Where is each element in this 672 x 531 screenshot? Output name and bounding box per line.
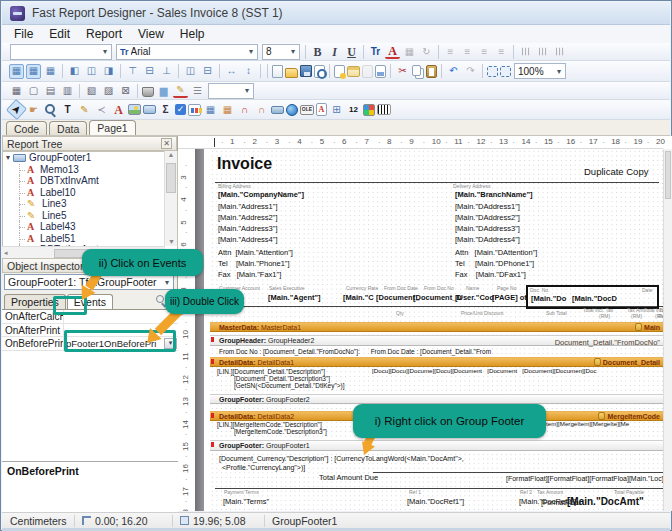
frame-left-icon[interactable]: ▧ (84, 83, 99, 98)
report-field[interactable]: [Main."CompanyName"] (218, 191, 304, 199)
tree-item[interactable]: ALabel10 (3, 187, 177, 199)
menu-file[interactable]: File (6, 26, 41, 42)
zoom-tool-icon[interactable] (43, 102, 58, 117)
page-settings-icon[interactable] (375, 65, 386, 78)
space-v-icon[interactable]: ↕ (241, 64, 256, 79)
report-line[interactable] (215, 182, 659, 183)
report-field[interactable]: [Main."BranchName"] (455, 191, 533, 199)
report-field[interactable]: (RM) (599, 314, 610, 319)
new-page-icon[interactable] (334, 65, 345, 78)
select-tool-icon[interactable]: ➤ (6, 99, 27, 120)
report-field[interactable]: Name (466, 286, 479, 291)
report-field[interactable]: Qty (396, 311, 404, 316)
report-field[interactable]: Sales Executive (269, 286, 305, 291)
open-report-icon[interactable] (285, 68, 298, 78)
report-field[interactable]: [Docu][Docu][Docume][Docu][Document [Doc… (372, 368, 597, 375)
report-field[interactable]: [Main."DAddress3"] (455, 225, 520, 233)
report-field[interactable]: Price/Unit (461, 311, 483, 316)
menu-help[interactable]: Help (172, 26, 213, 42)
title-bar[interactable]: Fast Report Designer - Sales Invoice 8 (… (2, 2, 670, 25)
report-field[interactable]: tem][MergeItem][MergeIte][Me (546, 421, 629, 428)
center-h-icon[interactable]: ◫ (183, 64, 198, 79)
tree-item[interactable]: ▾GroupFooter1 (3, 152, 177, 164)
report-field[interactable]: Invoice (217, 155, 272, 172)
report-field[interactable]: [Main."Agent"] (268, 294, 321, 302)
tree-item[interactable]: ✎Line5 (3, 210, 177, 222)
align-bottoms-icon[interactable]: ⊥ (159, 64, 174, 79)
align-center-icon[interactable]: ≡ (460, 44, 475, 59)
report-field[interactable]: Tax Amount (537, 490, 563, 495)
gauge-object-icon[interactable]: ∩ (237, 102, 252, 117)
report-field[interactable]: Duplicate Copy (584, 167, 648, 177)
report-field[interactable]: [LIN.][MergeItemCode."Description"] (217, 421, 322, 428)
align-top-icon[interactable]: ☰ (518, 44, 533, 59)
report-field[interactable]: Doc. No. (530, 288, 549, 293)
picture-object-icon[interactable] (128, 104, 141, 115)
band-header-detaildata1[interactable]: DetailData: DetailData1Document_Detail (210, 357, 664, 367)
tree-vertical-scrollbar[interactable]: ▲▼ (164, 151, 177, 246)
new-report-icon[interactable] (272, 65, 283, 78)
object-selector-combo[interactable]: GroupFooter1: TfrxGroupFooter ▾ (4, 274, 174, 290)
report-field[interactable]: [Main."Do (531, 295, 566, 303)
menu-report[interactable]: Report (78, 26, 130, 42)
richtext-object-icon[interactable]: A (316, 103, 327, 116)
align-left-icon[interactable]: ≡ (443, 44, 458, 59)
menu-view[interactable]: View (130, 26, 172, 42)
band-header-groupheader2[interactable]: GroupHeader: GroupHeader2Document_Detail… (210, 335, 664, 346)
report-field[interactable]: From Doc Date (384, 286, 418, 291)
font-color-icon[interactable]: A (385, 44, 400, 59)
shape-object-icon[interactable] (271, 106, 284, 114)
tree-item[interactable]: ✎Line3 (3, 198, 177, 210)
report-field[interactable]: From Doc No : [Document_Detail."FromDocN… (219, 348, 491, 355)
align-right-icon[interactable]: ≡ (477, 44, 492, 59)
combo-frame-width[interactable]: ▾ (208, 83, 254, 99)
report-field[interactable]: Ref 2 (520, 490, 532, 495)
frame-right-icon[interactable]: ▨ (101, 83, 116, 98)
report-field[interactable]: [Main."C (343, 294, 374, 302)
matrix-object-icon[interactable] (363, 104, 375, 116)
report-field[interactable]: [Main."Terms" (223, 498, 269, 506)
report-field[interactable]: Date (642, 288, 653, 293)
band-object-icon[interactable] (143, 105, 156, 114)
report-field[interactable]: Page No (497, 286, 516, 291)
combo-zoom[interactable]: 100%▾ (514, 63, 566, 79)
report-field[interactable]: [Main."DAddress2"] (455, 214, 520, 222)
report-field[interactable]: Billing Address (218, 184, 251, 189)
frame-bottom-icon[interactable]: ▥ (60, 83, 75, 98)
table-object-icon[interactable]: ⊞ (329, 102, 344, 117)
cut-icon[interactable]: ✂ (395, 64, 410, 79)
grid-object-icon[interactable]: ▦ (203, 102, 218, 117)
copy-icon[interactable] (412, 65, 421, 76)
fit-to-grid-icon[interactable]: ▦ (43, 64, 58, 79)
report-field[interactable]: Currency Rate (346, 286, 378, 291)
highlight-icon[interactable]: ▦ (402, 44, 417, 59)
checkbox-object-icon[interactable]: ✓ (175, 104, 186, 115)
report-field[interactable]: Total Payable (614, 490, 644, 495)
barcode-object-icon[interactable] (377, 104, 391, 115)
report-field[interactable]: [Main."DAddress1"] (455, 203, 520, 211)
band-header-groupfooter2[interactable]: GroupFooter: GroupFooter2 (210, 394, 664, 404)
show-grid-icon[interactable]: ▦ (9, 64, 24, 79)
frame-all-icon[interactable]: ▦ (9, 83, 24, 98)
align-centers-icon[interactable]: ◫ (84, 64, 99, 79)
align-justify-icon[interactable]: ≡ (494, 44, 509, 59)
line-color-icon[interactable]: ✎ (173, 83, 188, 98)
report-field[interactable]: [Main."DocRef1"] (407, 498, 464, 506)
preview-icon[interactable] (314, 65, 325, 78)
close-icon[interactable]: ✕ (161, 138, 172, 149)
report-field[interactable]: Discount (484, 311, 503, 316)
italic-icon[interactable]: I (327, 44, 342, 59)
crosstab-object-icon[interactable]: ▦ (220, 102, 235, 117)
report-field[interactable]: Fax [Main."Fax1"] (218, 271, 281, 279)
canvas-vertical-scrollbar[interactable] (663, 149, 672, 511)
report-field[interactable]: [Document_Detail."Description3"] (234, 375, 330, 382)
report-field[interactable]: Attn [Main."Attention"] (218, 249, 293, 257)
menu-edit[interactable]: Edit (41, 26, 78, 42)
report-line[interactable] (215, 488, 664, 489)
tab-data[interactable]: Data (49, 121, 87, 135)
combo-style[interactable]: ▾ (10, 44, 112, 60)
text-style-icon[interactable]: Tr (368, 44, 383, 59)
report-field[interactable]: From Doc No (424, 286, 454, 291)
report-field[interactable]: [MergeItemCode."Description3"] (234, 428, 327, 435)
tab-code[interactable]: Code (6, 121, 47, 135)
